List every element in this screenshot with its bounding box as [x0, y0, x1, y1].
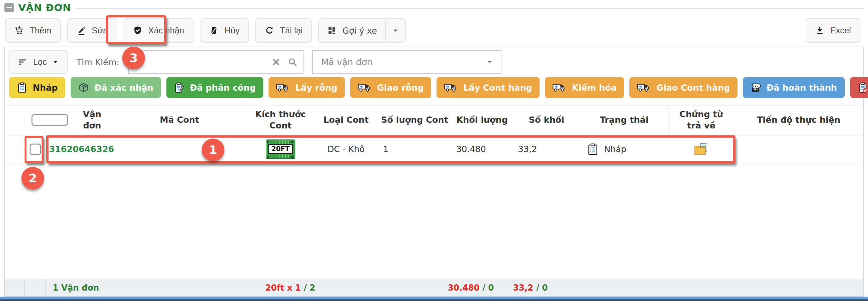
status-badge-label: Kiểm hóa — [572, 83, 617, 93]
status-badge-da-phan-cong[interactable]: Đã phân công — [166, 77, 264, 98]
row-gutter-cell — [5, 135, 23, 163]
truck-icon — [358, 82, 372, 93]
filter-icon — [18, 57, 27, 67]
clear-icon[interactable] — [271, 57, 281, 67]
shield-check-icon — [133, 26, 143, 35]
cancel-button[interactable]: Hủy — [200, 18, 249, 43]
confirm-button-label: Xác nhận — [148, 26, 184, 36]
row-khoi-luong-cell: 30.480 — [451, 135, 513, 163]
row-checkbox[interactable] — [30, 143, 41, 155]
pencil-icon — [76, 26, 86, 35]
cancel-icon — [209, 26, 219, 35]
add-button-label: Thêm — [30, 26, 51, 36]
package-icon — [78, 82, 89, 93]
chevron-down-icon — [487, 59, 493, 65]
status-badge-label: Giao rỗng — [377, 83, 424, 93]
row-chung-tu-cell — [669, 135, 734, 163]
column-so-khoi: Số khối — [513, 105, 580, 135]
excel-button-label: Excel — [830, 26, 851, 36]
row-so-khoi-cell: 33,2 — [513, 135, 580, 163]
horizontal-scrollbar[interactable] — [0, 297, 868, 299]
window-bottom-edge — [0, 299, 868, 301]
filter-button-label: Lọc — [33, 57, 47, 67]
truck-icon — [637, 82, 651, 93]
reload-button-label: Tải lại — [280, 26, 303, 36]
status-badge-label: Giao Cont hàng — [656, 83, 730, 93]
row-trang-thai-cell: Nháp — [580, 135, 669, 163]
status-badge-nhap[interactable]: Nháp — [9, 77, 65, 98]
cancel-button-label: Hủy — [224, 26, 240, 36]
confirm-button[interactable]: Xác nhận — [124, 18, 193, 43]
edit-button-label: Sửa — [92, 26, 108, 36]
select-all-checkbox[interactable] — [32, 114, 68, 126]
truck-icon — [276, 82, 290, 93]
suggest-vehicle-split-button: Gợi ý xe — [318, 18, 406, 43]
collapse-icon[interactable] — [4, 3, 14, 12]
truck-icon — [444, 82, 458, 93]
status-badge-kiem-hoa[interactable]: Kiểm hóa — [545, 77, 624, 98]
status-badge-da-xac-nhan[interactable]: Đã xác nhận — [71, 77, 161, 98]
clipboard-pen-icon — [174, 82, 185, 93]
table-row[interactable]: 31620646326 20FT DC - Khô 1 30.480 33,2 — [5, 135, 863, 163]
edit-button[interactable]: Sửa — [67, 18, 117, 43]
waybill-code-link[interactable]: 31620646326 — [49, 144, 115, 154]
suggest-vehicle-label: Gợi ý xe — [342, 26, 377, 36]
status-badge-label: Đã hoàn thành — [767, 83, 837, 93]
row-so-luong-cell: 1 — [378, 135, 451, 163]
status-legend: Nháp Đã xác nhận Đã phân công Lấy rỗng G… — [9, 77, 868, 98]
download-icon — [815, 26, 825, 35]
refresh-icon — [265, 26, 274, 35]
header-divider — [75, 8, 864, 8]
clipboard-cancel-icon — [858, 82, 868, 93]
column-trang-thai: Trạng thái — [580, 105, 669, 135]
column-loai-cont: Loại Cont — [314, 105, 378, 135]
search-box — [128, 50, 304, 74]
suggest-vehicle-button[interactable]: Gợi ý xe — [319, 19, 385, 42]
clipboard-icon — [17, 82, 27, 93]
excel-export-button[interactable]: Excel — [806, 18, 861, 43]
container-20ft-icon: 20FT — [266, 139, 295, 159]
status-badge-lay-cont-hang[interactable]: Lấy Cont hàng — [436, 77, 539, 98]
search-field-select[interactable]: Mã vận đơn — [312, 50, 501, 74]
summary-khoi-luong: 30.480 / 0 — [448, 283, 494, 293]
reload-button[interactable]: Tải lại — [255, 18, 312, 43]
row-kich-thuoc-cell: 20FT — [247, 135, 314, 163]
column-so-luong-cont: Số lượng Cont — [378, 105, 451, 135]
search-label: Tìm Kiếm: — [76, 57, 120, 67]
column-khoi-luong: Khối lượng — [451, 105, 513, 135]
column-kich-thuoc-cont: Kích thước Cont — [247, 105, 314, 135]
search-input[interactable] — [134, 57, 265, 67]
waybill-panel: Lọc Tìm Kiếm: Mã vận đơn Nháp Đã xá — [4, 46, 864, 297]
folder-document-icon[interactable] — [694, 142, 709, 156]
select-value: Mã vận đơn — [321, 57, 487, 67]
row-tien-do-cell — [734, 135, 863, 163]
status-badge-da-hoan-thanh[interactable]: Đã hoàn thành — [743, 77, 845, 98]
column-ma-cont: Mã Cont — [112, 105, 247, 135]
column-tien-do-thuc-hien: Tiến độ thực hiện — [734, 105, 863, 135]
page-header: VẬN ĐƠN — [4, 2, 864, 13]
search-icon[interactable] — [288, 57, 297, 67]
status-badge-giao-cont-hang[interactable]: Giao Cont hàng — [629, 77, 737, 98]
chevron-down-icon — [53, 59, 58, 65]
add-button[interactable]: Thêm — [5, 18, 61, 43]
toolbar: Thêm Sửa Xác nhận Hủy Tải lại Gợi ý xe — [5, 18, 861, 43]
filter-button[interactable]: Lọc — [8, 50, 68, 74]
suggest-vehicle-dropdown[interactable] — [385, 19, 405, 42]
filter-bar: Lọc Tìm Kiếm: Mã vận đơn — [8, 49, 860, 75]
truck-icon — [553, 82, 566, 93]
status-badge-lay-rong[interactable]: Lấy rỗng — [269, 77, 345, 98]
row-van-don-cell: 31620646326 — [23, 135, 112, 163]
status-badge-giao-rong[interactable]: Giao rỗng — [350, 77, 431, 98]
grid-icon — [327, 26, 337, 35]
summary-count: 1 Vận đơn — [53, 283, 99, 293]
summary-so-khoi: 33,2 / 0 — [513, 283, 548, 293]
cart-plus-icon — [14, 26, 24, 35]
column-van-don: Vận đơn — [23, 105, 112, 135]
chevron-down-icon — [393, 28, 398, 33]
status-badge-label: Nháp — [33, 83, 58, 93]
status-badge-label: Lấy rỗng — [295, 83, 337, 93]
row-ma-cont-cell — [112, 135, 247, 163]
status-badge-da-huy[interactable]: Đã hủy — [850, 77, 868, 98]
table-header-row: Vận đơn Mã Cont Kích thước Cont Loại Con… — [5, 105, 863, 135]
column-gutter — [5, 105, 23, 135]
